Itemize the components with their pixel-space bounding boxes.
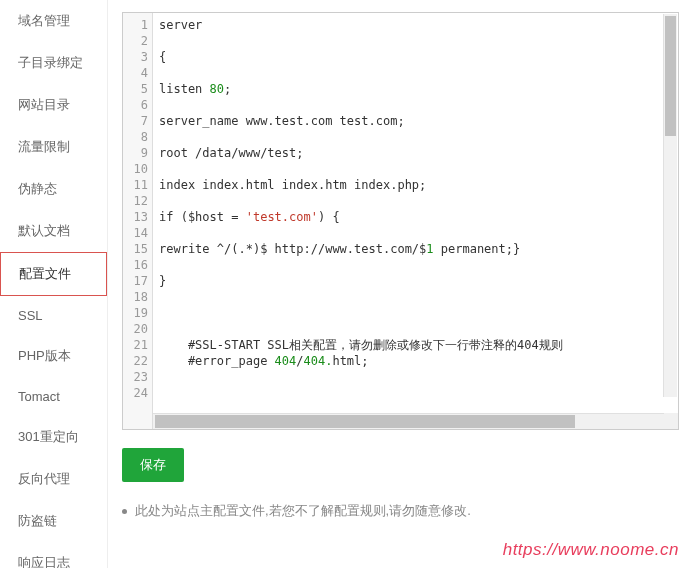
note-text: 此处为站点主配置文件,若您不了解配置规则,请勿随意修改. <box>135 502 471 520</box>
code-line <box>159 257 672 273</box>
sidebar-item-7[interactable]: SSL <box>0 296 107 335</box>
code-line <box>159 321 672 337</box>
code-line <box>159 289 672 305</box>
code-line: root /data/www/test; <box>159 145 672 161</box>
code-line: if ($host = 'test.com') { <box>159 209 672 225</box>
code-line: #error_page 404/404.html; <box>159 353 672 369</box>
code-line: server <box>159 17 672 33</box>
config-editor[interactable]: 123456789101112131415161718192021222324 … <box>122 12 679 430</box>
code-line <box>159 65 672 81</box>
code-line <box>159 33 672 49</box>
code-area[interactable]: server { listen 80; server_name www.test… <box>153 13 678 413</box>
horizontal-scrollbar[interactable] <box>153 413 664 429</box>
sidebar-item-5[interactable]: 默认文档 <box>0 210 107 252</box>
sidebar: 域名管理子目录绑定网站目录流量限制伪静态默认文档配置文件SSLPHP版本Toma… <box>0 0 108 568</box>
bullet-icon <box>122 509 127 514</box>
sidebar-item-1[interactable]: 子目录绑定 <box>0 42 107 84</box>
code-line <box>159 305 672 321</box>
code-line: { <box>159 49 672 65</box>
sidebar-item-0[interactable]: 域名管理 <box>0 0 107 42</box>
sidebar-item-9[interactable]: Tomact <box>0 377 107 416</box>
sidebar-item-3[interactable]: 流量限制 <box>0 126 107 168</box>
vertical-scrollbar[interactable] <box>663 14 677 397</box>
line-gutter: 123456789101112131415161718192021222324 <box>123 13 153 413</box>
sidebar-item-11[interactable]: 反向代理 <box>0 458 107 500</box>
code-line: #SSL-START SSL相关配置，请勿删除或修改下一行带注释的404规则 <box>159 337 672 353</box>
watermark-text: https://www.noome.cn <box>503 540 679 560</box>
code-line: } <box>159 273 672 289</box>
code-line <box>159 193 672 209</box>
sidebar-item-2[interactable]: 网站目录 <box>0 84 107 126</box>
code-line: listen 80; <box>159 81 672 97</box>
code-line: rewrite ^/(.*)$ http://www.test.com/$1 p… <box>159 241 672 257</box>
code-line <box>159 369 672 385</box>
save-button[interactable]: 保存 <box>122 448 184 482</box>
code-line <box>159 385 672 401</box>
code-line: index index.html index.htm index.php; <box>159 177 672 193</box>
sidebar-item-10[interactable]: 301重定向 <box>0 416 107 458</box>
code-line <box>159 161 672 177</box>
sidebar-item-13[interactable]: 响应日志 <box>0 542 107 568</box>
sidebar-item-12[interactable]: 防盗链 <box>0 500 107 542</box>
sidebar-item-6[interactable]: 配置文件 <box>0 252 107 296</box>
code-line <box>159 225 672 241</box>
horizontal-scrollbar-thumb[interactable] <box>155 415 575 428</box>
vertical-scrollbar-thumb[interactable] <box>665 16 676 136</box>
main-panel: 123456789101112131415161718192021222324 … <box>108 0 693 568</box>
code-line <box>159 97 672 113</box>
code-line <box>159 129 672 145</box>
code-line: server_name www.test.com test.com; <box>159 113 672 129</box>
sidebar-item-8[interactable]: PHP版本 <box>0 335 107 377</box>
config-note: 此处为站点主配置文件,若您不了解配置规则,请勿随意修改. <box>122 502 679 520</box>
sidebar-item-4[interactable]: 伪静态 <box>0 168 107 210</box>
